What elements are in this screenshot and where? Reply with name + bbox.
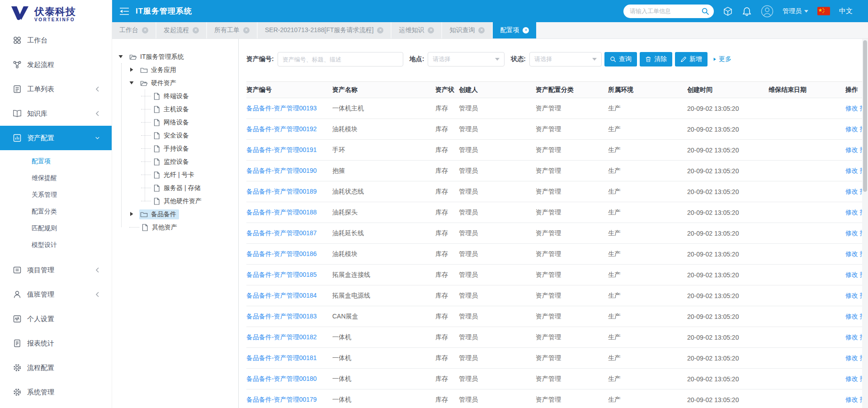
asset-code-link[interactable]: 备品备件-资产管理00179 xyxy=(246,396,317,403)
tree-node-2[interactable]: 硬件资产 xyxy=(112,76,238,90)
status-select[interactable]: 请选择 xyxy=(529,52,602,66)
sidebar-item-2[interactable]: 工单列表 xyxy=(0,77,112,101)
sidebar-subitem-3[interactable]: 配置分类 xyxy=(0,203,112,220)
modify-link[interactable]: 修改 xyxy=(845,250,858,257)
asset-code-link[interactable]: 备品备件-资产管理00193 xyxy=(246,104,317,112)
asset-code-link[interactable]: 备品备件-资产管理00190 xyxy=(246,167,317,174)
clear-button[interactable]: 清除 xyxy=(640,52,672,66)
modify-link[interactable]: 修改 xyxy=(845,209,858,216)
tree-node-11[interactable]: 其他硬件资产 xyxy=(112,195,238,208)
asset-code-link[interactable]: 备品备件-资产管理00182 xyxy=(246,333,317,341)
user-menu[interactable]: 管理员 xyxy=(783,7,808,15)
modify-link[interactable]: 修改 xyxy=(845,354,858,361)
sidebar-item-8[interactable]: 报表统计 xyxy=(0,331,112,356)
location-select[interactable]: 请选择 xyxy=(428,52,505,66)
tree-node-12[interactable]: 备品备件 xyxy=(112,208,238,221)
asset-code-link[interactable]: 备品备件-资产管理00187 xyxy=(246,229,317,237)
tab-4[interactable]: 运维知识× xyxy=(392,22,441,38)
sidebar-item-9[interactable]: 流程配置 xyxy=(0,356,112,380)
asset-code-link[interactable]: 备品备件-资产管理00181 xyxy=(246,354,317,361)
flag-cn-icon[interactable] xyxy=(817,7,830,15)
modify-link[interactable]: 修改 xyxy=(845,333,858,341)
tab-3[interactable]: SER-20210713-2188[FT服务请求流程]× xyxy=(258,22,391,38)
tab-close-icon[interactable]: × xyxy=(478,27,485,33)
brand-name-en: VORTEXINFO xyxy=(34,17,76,22)
modify-link[interactable]: 修改 xyxy=(845,188,858,195)
sidebar-subitem-4[interactable]: 匹配规则 xyxy=(0,220,112,237)
tree-node-8[interactable]: 监控设备 xyxy=(112,155,238,168)
modify-link[interactable]: 修改 xyxy=(845,167,858,174)
modify-link[interactable]: 修改 xyxy=(845,375,858,382)
collapse-icon[interactable] xyxy=(119,7,129,15)
tree-node-10[interactable]: 服务器 | 存储 xyxy=(112,181,238,195)
sidebar-item-10[interactable]: 系统管理 xyxy=(0,380,112,404)
avatar-icon[interactable] xyxy=(761,5,774,18)
asset-code-link[interactable]: 备品备件-资产管理00189 xyxy=(246,188,317,195)
tab-6[interactable]: 配置项× xyxy=(493,22,536,38)
tree-node-7[interactable]: 手持设备 xyxy=(112,142,238,155)
sidebar-item-3[interactable]: 知识库 xyxy=(0,101,112,126)
modify-link[interactable]: 修改 xyxy=(845,313,858,320)
tab-close-icon[interactable]: × xyxy=(377,27,383,33)
file-icon xyxy=(153,93,160,100)
sidebar-item-0[interactable]: 工作台 xyxy=(0,28,112,52)
asset-status-cell: 库存 xyxy=(435,265,459,285)
tree-node-9[interactable]: 光纤 | 号卡 xyxy=(112,168,238,181)
tree-node-0[interactable]: IT服务管理系统 xyxy=(112,50,238,63)
tree-node-6[interactable]: 安全设备 xyxy=(112,129,238,142)
sidebar-item-5[interactable]: 项目管理 xyxy=(0,258,112,282)
tree-node-1[interactable]: 业务应用 xyxy=(112,63,238,76)
tab-close-icon[interactable]: × xyxy=(428,27,434,33)
search-icon[interactable] xyxy=(701,7,709,15)
vertical-scrollbar[interactable] xyxy=(862,39,868,408)
tab-0[interactable]: 工作台× xyxy=(112,22,156,38)
category-cell: 资产管理 xyxy=(536,119,608,140)
asset-code-link[interactable]: 备品备件-资产管理00192 xyxy=(246,125,317,133)
global-search-input[interactable] xyxy=(623,5,714,18)
modify-link[interactable]: 修改 xyxy=(845,125,858,133)
sidebar-subitem-0[interactable]: 配置项 xyxy=(0,153,112,170)
modify-link[interactable]: 修改 xyxy=(845,396,858,403)
add-button[interactable]: 新增 xyxy=(675,52,708,66)
sidebar-subitem-1[interactable]: 维保提醒 xyxy=(0,170,112,186)
file-icon xyxy=(153,106,160,113)
search-button[interactable]: 查询 xyxy=(604,52,637,66)
asset-code-link[interactable]: 备品备件-资产管理00191 xyxy=(246,146,317,153)
asset-code-link[interactable]: 备品备件-资产管理00180 xyxy=(246,375,317,382)
sidebar-item-4[interactable]: 资产配置 xyxy=(0,126,112,150)
tab-1[interactable]: 发起流程× xyxy=(156,22,206,38)
tab-close-icon[interactable]: × xyxy=(142,27,148,33)
asset-no-input[interactable] xyxy=(278,52,403,66)
asset-code-link[interactable]: 备品备件-资产管理00188 xyxy=(246,209,317,216)
asset-code-link[interactable]: 备品备件-资产管理00183 xyxy=(246,313,317,320)
tab-close-icon[interactable]: × xyxy=(243,27,250,33)
tab-5[interactable]: 知识查询× xyxy=(442,22,492,38)
sidebar-item-1[interactable]: 发起流程 xyxy=(0,52,112,77)
tab-close-icon[interactable]: × xyxy=(523,27,529,33)
tree-node-4[interactable]: 主机设备 xyxy=(112,103,238,116)
tree-node-13[interactable]: 其他资产 xyxy=(112,221,238,234)
modify-link[interactable]: 修改 xyxy=(845,271,858,278)
modify-link[interactable]: 修改 xyxy=(845,229,858,237)
tab-close-icon[interactable]: × xyxy=(193,27,199,33)
asset-code-link[interactable]: 备品备件-资产管理00184 xyxy=(246,292,317,299)
modify-link[interactable]: 修改 xyxy=(845,292,858,299)
tab-2[interactable]: 所有工单× xyxy=(207,22,257,38)
more-link[interactable]: 更多 xyxy=(713,55,731,63)
modify-link[interactable]: 修改 xyxy=(845,146,858,153)
scrollbar-thumb[interactable] xyxy=(863,40,867,192)
bell-icon[interactable] xyxy=(742,6,752,16)
modify-link[interactable]: 修改 xyxy=(845,104,858,112)
language-switch[interactable]: 中文 xyxy=(839,7,853,15)
sidebar-item-6[interactable]: 值班管理 xyxy=(0,282,112,307)
tree-node-5[interactable]: 网络设备 xyxy=(112,116,238,129)
asset-code-link-cell: 备品备件-资产管理00179 xyxy=(246,389,332,408)
sidebar-nav: 工作台发起流程工单列表知识库资产配置配置项维保提醒关系管理配置分类匹配规则模型设… xyxy=(0,28,112,404)
sidebar-subitem-2[interactable]: 关系管理 xyxy=(0,186,112,203)
asset-code-link[interactable]: 备品备件-资产管理00186 xyxy=(246,250,317,257)
sidebar-subitem-5[interactable]: 模型设计 xyxy=(0,237,112,253)
cube-icon[interactable] xyxy=(723,6,733,16)
asset-code-link[interactable]: 备品备件-资产管理00185 xyxy=(246,271,317,278)
sidebar-item-7[interactable]: 个人设置 xyxy=(0,307,112,331)
tree-node-3[interactable]: 终端设备 xyxy=(112,90,238,103)
